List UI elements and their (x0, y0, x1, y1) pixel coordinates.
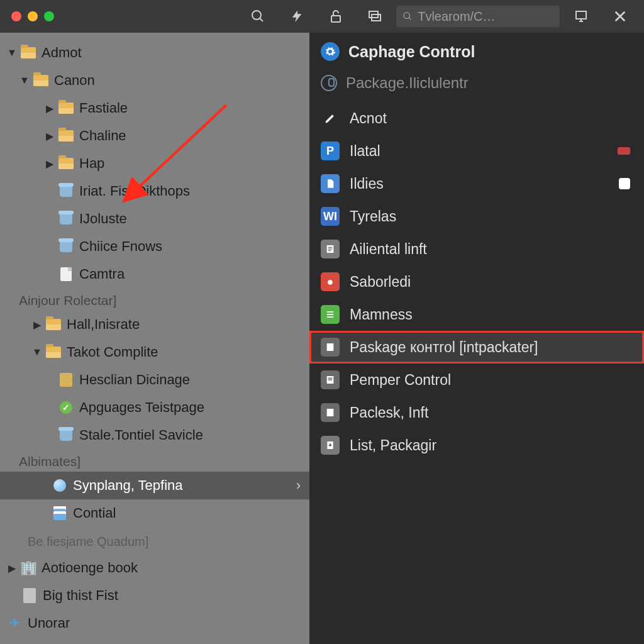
list-item[interactable]: Acnot (309, 102, 644, 135)
tree-label: Canon (54, 72, 95, 89)
svg-rect-20 (327, 343, 334, 351)
tree-row[interactable]: Chiice Fnows (0, 233, 309, 260)
tree-label: Takot Complite (67, 344, 158, 360)
svg-line-6 (409, 18, 411, 19)
tree-label: Chaline (79, 128, 126, 144)
chevron-right-icon[interactable]: ▶ (43, 158, 57, 170)
tree-row[interactable]: ▼ Takot Complite (0, 338, 309, 366)
command-panel: Caphage Control Package.Iliclulentr Acno… (309, 33, 644, 644)
chevron-right-icon[interactable]: ▶ (43, 103, 57, 114)
tree-label: Contial (73, 505, 116, 521)
tree-row[interactable]: Stale.Tontiel Savicle (0, 421, 309, 449)
list-item[interactable]: Mamness (309, 298, 644, 331)
file-icon (57, 267, 75, 281)
tree-row[interactable]: ✓ Apguages Teistpage (0, 394, 309, 421)
list-item-highlighted[interactable]: Paskage контrol [intpackater] (309, 331, 644, 364)
list-item-label: Ildies (350, 175, 384, 192)
list-item[interactable]: Pemper Control (309, 364, 644, 396)
close-window-button[interactable] (11, 11, 21, 21)
folder-icon (44, 347, 63, 358)
tree-label: Hesclian Dicinage (79, 372, 190, 388)
tree-row[interactable]: ▼ Canon (0, 67, 309, 94)
globe-icon (50, 479, 69, 492)
tree-row-selected[interactable]: Synplang, Tepfina › (0, 472, 309, 499)
tree-row[interactable]: ✈ Unorar (0, 609, 309, 637)
list-item[interactable]: Ildies (309, 167, 644, 200)
download-icon (321, 436, 340, 455)
panel-subtitle-row: Package.Iliclulentr (309, 70, 644, 99)
tree-row[interactable]: ▶ Hap (0, 150, 309, 177)
status-badge (619, 178, 630, 189)
folder-icon (19, 47, 38, 58)
svg-rect-7 (576, 11, 586, 19)
bucket-icon (57, 213, 75, 225)
chevron-right-icon[interactable]: ▶ (30, 319, 44, 331)
list-item-label: Ilatal (350, 143, 380, 160)
chevron-right-icon[interactable]: ▶ (5, 562, 19, 574)
list-item[interactable]: P Ilatal (309, 135, 644, 167)
minimize-window-button[interactable] (28, 11, 38, 21)
tree-row[interactable]: Big thist Fist (0, 582, 309, 609)
toolbar (0, 0, 644, 33)
svg-rect-2 (331, 16, 340, 22)
app-window: ▼ Admot ▼ Canon ▶ Fastiale ▶ C (0, 0, 644, 644)
search-input[interactable] (418, 9, 553, 24)
command-list: Acnot P Ilatal Ildies WI Tyrelas (309, 99, 644, 464)
list-item-label: List, Packagir (350, 437, 436, 454)
chevron-down-icon[interactable]: ▼ (5, 47, 19, 58)
document-icon (321, 240, 340, 258)
tree-row-root[interactable]: ▼ Admot (0, 39, 309, 67)
note-icon (57, 373, 75, 387)
search-field[interactable] (396, 6, 560, 27)
close-icon[interactable] (602, 0, 638, 33)
list-item[interactable]: ● Saborledi (309, 265, 644, 298)
tree-row[interactable]: ▶ Chaline (0, 122, 309, 150)
tree-label: Hall,Inisrate (67, 316, 140, 333)
tree-row[interactable]: ▶ Hall,Inisrate (0, 311, 309, 338)
tree-row[interactable]: ▶ 🏢 Aotioenge book (0, 554, 309, 582)
search-icon[interactable] (240, 0, 275, 33)
svg-point-5 (404, 13, 409, 18)
tree-label: Fastiale (79, 100, 128, 116)
status-badge (618, 147, 630, 155)
bucket-icon (57, 186, 75, 197)
tree-label: Synplang, Tepfina (73, 477, 183, 494)
chevron-down-icon[interactable]: ▼ (30, 347, 44, 358)
list-item-label: Tyrelas (350, 208, 396, 225)
file-icon (321, 174, 340, 193)
refresh-icon (321, 75, 337, 91)
folder-icon (31, 75, 50, 86)
chevron-right-icon[interactable]: ▶ (43, 130, 57, 142)
footer-text: Be fiesjame Quadum] (0, 527, 309, 554)
list-item[interactable]: Paclesk, Inft (309, 396, 644, 429)
tree-label: Chiice Fnows (79, 238, 162, 255)
tree-row[interactable]: Camtra (0, 260, 309, 288)
section-header: Albimates] (0, 449, 309, 472)
tree-label: Apguages Teistpage (79, 399, 204, 416)
bolt-icon[interactable] (279, 0, 314, 33)
folder-icon (57, 130, 75, 142)
layers-icon[interactable] (357, 0, 392, 33)
tree-row[interactable]: ▶ Fastiale (0, 94, 309, 122)
menu-icon (321, 305, 340, 324)
document-icon (321, 370, 340, 389)
svg-point-0 (252, 11, 261, 19)
list-item-label: Paclesk, Inft (350, 404, 428, 421)
tree-row[interactable]: Iriat. Fist Dikthops (0, 177, 309, 205)
list-item[interactable]: WI Tyrelas (309, 200, 644, 233)
record-icon: ● (321, 272, 340, 291)
tree-row[interactable]: IJoluste (0, 205, 309, 233)
device-icon[interactable] (564, 0, 599, 33)
lock-icon[interactable] (318, 0, 353, 33)
tree-row[interactable]: Hesclian Dicinage (0, 366, 309, 394)
window-controls (11, 11, 54, 21)
list-item-label: Saborledi (350, 274, 411, 291)
list-item[interactable]: List, Packagir (309, 429, 644, 462)
document-icon (321, 403, 340, 422)
zoom-window-button[interactable] (44, 11, 54, 21)
list-item[interactable]: Ailiental linft (309, 233, 644, 265)
gear-icon (321, 42, 340, 61)
tree-label: Stale.Tontiel Savicle (79, 427, 203, 443)
chevron-down-icon[interactable]: ▼ (18, 75, 31, 86)
tree-row[interactable]: Contial (0, 499, 309, 527)
